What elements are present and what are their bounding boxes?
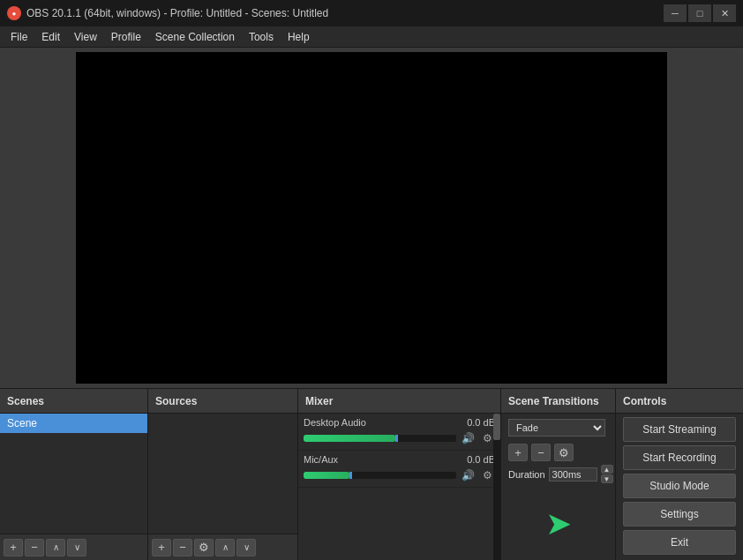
mixer-track-name-desktop: Desktop Audio xyxy=(304,417,366,428)
duration-increment-button[interactable]: ▲ xyxy=(601,465,613,474)
mixer-header: Mixer xyxy=(298,389,500,414)
volume-bar-desktop[interactable] xyxy=(304,435,456,442)
controls-header: Controls xyxy=(616,389,743,414)
sources-add-button[interactable]: + xyxy=(152,539,171,556)
mixer-track-desktop: Desktop Audio 0.0 dB 🔊 ⚙ xyxy=(298,414,500,451)
mixer-track-name-mic: Mic/Aux xyxy=(304,454,338,465)
scenes-remove-button[interactable]: − xyxy=(25,539,44,556)
transition-add-button[interactable]: + xyxy=(508,444,528,461)
titlebar: ● OBS 20.1.1 (64bit, windows) - Profile:… xyxy=(0,0,743,26)
transition-remove-button[interactable]: − xyxy=(531,444,551,461)
mute-button-desktop[interactable]: 🔊 xyxy=(460,430,476,446)
scene-item[interactable]: Scene xyxy=(0,414,147,433)
scenes-up-button[interactable]: ∧ xyxy=(46,539,65,556)
start-recording-button[interactable]: Start Recording xyxy=(623,445,736,470)
menubar: FileEditViewProfileScene CollectionTools… xyxy=(0,26,743,48)
studio-mode-button[interactable]: Studio Mode xyxy=(623,474,736,498)
mixer-track-mic: Mic/Aux 0.0 dB 🔊 ⚙ xyxy=(298,451,500,488)
preview-canvas xyxy=(76,52,667,384)
menu-item-help[interactable]: Help xyxy=(281,27,317,47)
mixer-scrollbar[interactable] xyxy=(493,414,500,560)
sources-header: Sources xyxy=(148,389,297,414)
settings-button[interactable]: Settings xyxy=(623,502,736,526)
duration-label: Duration xyxy=(508,469,545,480)
titlebar-controls: ─ □ ✕ xyxy=(664,4,736,22)
sources-remove-button[interactable]: − xyxy=(173,539,192,556)
sources-toolbar: + − ⚙ ∧ ∨ xyxy=(148,534,297,560)
sources-up-button[interactable]: ∧ xyxy=(215,539,235,556)
scenes-toolbar: + − ∧ ∨ xyxy=(0,534,147,560)
transition-settings-button[interactable]: ⚙ xyxy=(554,444,574,461)
transitions-toolbar: + − ⚙ xyxy=(501,444,615,461)
menu-item-file[interactable]: File xyxy=(4,27,34,47)
transition-select[interactable]: Fade Cut Swipe Slide Stinger Luma Wipe xyxy=(508,419,605,437)
obs-icon: ● xyxy=(7,6,21,20)
duration-decrement-button[interactable]: ▼ xyxy=(601,474,613,483)
mixer-track-db-desktop: 0.0 dB xyxy=(467,417,495,428)
minimize-button[interactable]: ─ xyxy=(664,4,687,22)
mixer-track-db-mic: 0.0 dB xyxy=(467,454,495,465)
bottom-panels: Scenes Scene + − ∧ ∨ Sources + − ⚙ ∧ ∨ M… xyxy=(0,388,743,560)
titlebar-title: OBS 20.1.1 (64bit, windows) - Profile: U… xyxy=(26,7,328,19)
scene-transitions-panel: Scene Transitions Fade Cut Swipe Slide S… xyxy=(501,389,616,560)
duration-input[interactable] xyxy=(549,467,597,482)
exit-button[interactable]: Exit xyxy=(623,530,736,555)
transition-arrow-icon: ➤ xyxy=(545,508,572,540)
menu-item-profile[interactable]: Profile xyxy=(104,27,148,47)
sources-down-button[interactable]: ∨ xyxy=(236,539,256,556)
duration-row: Duration ▲ ▼ xyxy=(501,461,615,487)
menu-item-view[interactable]: View xyxy=(67,27,104,47)
menu-item-tools[interactable]: Tools xyxy=(242,27,281,47)
mute-button-mic[interactable]: 🔊 xyxy=(460,467,476,483)
close-button[interactable]: ✕ xyxy=(713,4,736,22)
volume-bar-mic[interactable] xyxy=(304,472,456,479)
menu-item-edit[interactable]: Edit xyxy=(34,27,67,47)
titlebar-left: ● OBS 20.1.1 (64bit, windows) - Profile:… xyxy=(7,6,328,20)
scenes-add-button[interactable]: + xyxy=(4,539,23,556)
scenes-panel: Scenes Scene + − ∧ ∨ xyxy=(0,389,148,560)
controls-content: Start Streaming Start Recording Studio M… xyxy=(616,414,743,560)
scenes-header: Scenes xyxy=(0,389,147,414)
sources-settings-button[interactable]: ⚙ xyxy=(194,539,214,556)
scene-transitions-header: Scene Transitions xyxy=(501,389,615,414)
menu-item-scene-collection[interactable]: Scene Collection xyxy=(148,27,242,47)
controls-panel: Controls Start Streaming Start Recording… xyxy=(616,389,743,560)
scene-transitions-content: Fade Cut Swipe Slide Stinger Luma Wipe +… xyxy=(501,414,615,487)
start-streaming-button[interactable]: Start Streaming xyxy=(623,417,736,442)
mixer-content: Desktop Audio 0.0 dB 🔊 ⚙ Mic/Aux 0.0 dB xyxy=(298,414,500,560)
sources-content xyxy=(148,414,297,534)
scenes-down-button[interactable]: ∨ xyxy=(67,539,86,556)
maximize-button[interactable]: □ xyxy=(688,4,711,22)
mixer-scrollbar-thumb xyxy=(493,414,500,440)
preview-area xyxy=(0,48,743,388)
sources-panel: Sources + − ⚙ ∧ ∨ xyxy=(148,389,298,560)
mixer-panel: Mixer Desktop Audio 0.0 dB 🔊 ⚙ xyxy=(298,389,501,560)
scenes-content: Scene xyxy=(0,414,147,534)
transition-arrow-area: ➤ xyxy=(501,487,615,560)
